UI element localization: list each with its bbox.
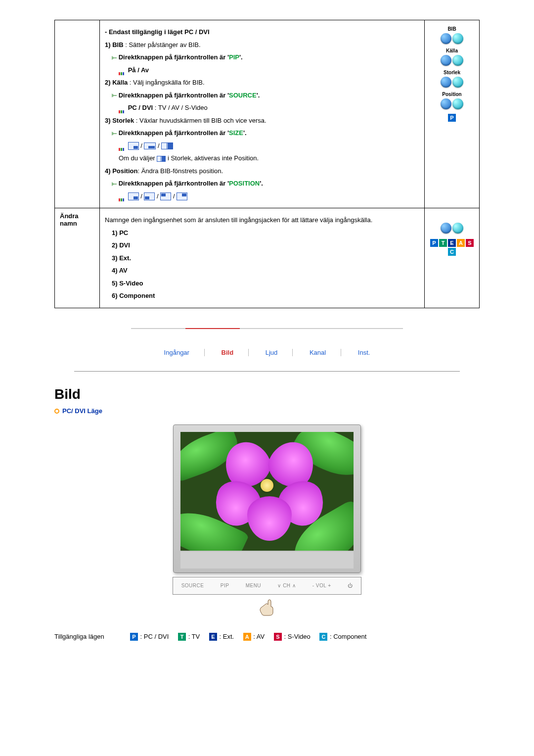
position-remote: Direktknappen på fjärrkontrollen är 'POS… [105, 179, 419, 189]
rgb-bullet-icon [119, 68, 125, 72]
rgb-bullet-icon [119, 106, 125, 110]
badge-e: E [209, 633, 217, 641]
remote-button-icon [441, 33, 451, 44]
monitor-btn-ch: ∨ CH ∧ [277, 583, 296, 588]
pip-size-icon [128, 142, 139, 150]
svg-rect-1 [114, 57, 117, 58]
arrow-icon [112, 132, 117, 136]
row2-item: 6) Component [105, 291, 419, 301]
nav-tabs: Ingångar Bild Ljud Kanal Inst. [54, 349, 480, 356]
legend-item: C : Component [319, 632, 366, 641]
rgb-bullet-icon [119, 144, 125, 148]
remote-label-storlek: Storlek [430, 70, 474, 75]
badge-a: A [457, 239, 465, 247]
badge-p: P [448, 114, 456, 122]
subheading: PC/ DVI Läge [54, 407, 480, 415]
size-note: Om du väljer i Storlek, aktiveras inte P… [105, 153, 419, 163]
pip-pos-tl-icon [160, 192, 171, 200]
row2-item: 3) Ext. [105, 253, 419, 263]
remote-button-icon [452, 98, 463, 109]
tab-ingangar[interactable]: Ingångar [149, 349, 205, 356]
rgb-bullet-icon [119, 194, 125, 198]
hand-pointer-icon [257, 598, 277, 617]
arrow-icon [112, 94, 117, 97]
source-remote: Direktknappen på fjärrkontrollen är 'SOU… [105, 91, 419, 100]
remote-button-icon [441, 98, 451, 109]
tab-inst[interactable]: Inst. [343, 349, 385, 356]
row2-item: 5) S-Video [105, 279, 419, 288]
legend-item: T : TV [178, 632, 200, 641]
bullet-icon [54, 409, 59, 414]
monitor-btn-source: SOURCE [181, 583, 204, 588]
legend-row: Tillgängliga lägen P : PC / DVI T : TV E… [54, 632, 480, 641]
bib-onoff: På / Av [105, 65, 419, 75]
row1-remote-icons: BIB Källa Storlek Position P [425, 20, 480, 208]
badge-s: S [274, 633, 282, 641]
remote-button-icon [441, 77, 451, 88]
size-remote: Direktknappen på fjärrkontrollen är 'SIZ… [105, 128, 419, 138]
size-line: 3) Storlek : Växlar huvudskärmen till BI… [105, 116, 419, 126]
size-icons-row: / / [105, 141, 419, 151]
flower-center [261, 479, 273, 492]
badge-t: T [439, 239, 447, 247]
svg-rect-7 [114, 184, 117, 185]
row2-label: Ändra namn [55, 208, 100, 308]
badge-e: E [448, 239, 456, 247]
monitor-illustration: SOURCE PIP MENU ∨ CH ∧ - VOL + ⏻ [54, 425, 480, 617]
remote-button-icon [452, 223, 463, 234]
row2-remote-icons: PTEAS C [425, 208, 480, 308]
row2-content: Namnge den ingångsenhet som är ansluten … [100, 208, 425, 308]
monitor-btn-vol: - VOL + [312, 583, 331, 588]
badge-t: T [178, 633, 186, 641]
badge-p: P [430, 239, 438, 247]
badge-p: P [130, 633, 138, 641]
pc-dvi-only-note: - Endast tillgänglig i läget PC / DVI [105, 27, 419, 37]
remote-button-icon [441, 223, 451, 234]
row1-content: - Endast tillgänglig i läget PC / DVI 1)… [100, 20, 425, 208]
remote-button-icon [452, 77, 463, 88]
tab-underline [131, 328, 403, 329]
monitor-btn-pip: PIP [221, 583, 229, 588]
monitor-button-strip: SOURCE PIP MENU ∨ CH ∧ - VOL + ⏻ [173, 577, 361, 595]
row2-item: 4) AV [105, 266, 419, 276]
pip-pos-tr-icon [177, 192, 187, 200]
tab-kanal[interactable]: Kanal [295, 349, 341, 356]
row1-label [55, 20, 100, 208]
svg-rect-5 [114, 133, 117, 134]
monitor-screen [180, 432, 354, 551]
tab-bild[interactable]: Bild [207, 349, 249, 356]
arrow-icon [112, 56, 117, 60]
pip-pos-bl-icon [144, 192, 155, 200]
pip-size-icon [161, 142, 173, 149]
legend-item: S : S-Video [273, 632, 311, 641]
pip-size-icon [157, 156, 166, 162]
remote-label-bib: BIB [430, 26, 474, 32]
pip-size-icon [144, 142, 156, 149]
source-values: PC / DVI : TV / AV / S-Video [105, 103, 419, 113]
remote-button-icon [452, 55, 463, 66]
tab-ljud[interactable]: Ljud [251, 349, 293, 356]
bib-line: 1) BIB : Sätter på/stänger av BIB. [105, 40, 419, 50]
legend-item: A : AV [243, 632, 265, 641]
monitor-btn-power: ⏻ [348, 583, 353, 588]
row2-desc: Namnge den ingångsenhet som är ansluten … [105, 215, 419, 225]
page-title: Bild [54, 386, 480, 402]
monitor-frame [173, 425, 361, 573]
pip-pos-br-icon [128, 192, 139, 200]
settings-table: - Endast tillgänglig i läget PC / DVI 1)… [54, 20, 480, 308]
remote-label-kalla: Källa [430, 48, 474, 53]
divider [74, 371, 460, 372]
position-icons-row: / / / [105, 191, 419, 201]
arrow-icon [112, 182, 117, 186]
badge-s: S [466, 239, 474, 247]
row2-item: 2) DVI [105, 240, 419, 250]
badge-c: C [448, 248, 456, 256]
remote-label-position: Position [430, 92, 474, 97]
badge-a: A [243, 633, 251, 641]
legend-item: P : PC / DVI [130, 632, 169, 641]
source-line: 2) Källa : Välj ingångskälla för BIB. [105, 78, 419, 88]
svg-rect-3 [114, 95, 117, 96]
monitor-btn-menu: MENU [246, 583, 261, 588]
legend-item: E : Ext. [209, 632, 234, 641]
position-line: 4) Position: Ändra BIB-fönstrets positio… [105, 166, 419, 176]
